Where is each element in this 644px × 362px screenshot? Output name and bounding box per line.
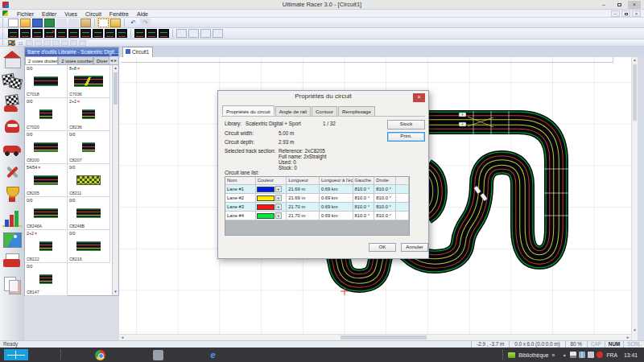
mdi-child-icon[interactable] xyxy=(2,10,8,16)
crossover-track-icon[interactable] xyxy=(117,29,127,38)
car-marker-1[interactable] xyxy=(459,113,466,117)
chevron-down-icon[interactable]: ▼ xyxy=(275,195,282,201)
close-button[interactable]: × xyxy=(628,1,641,9)
ie-icon[interactable]: e xyxy=(208,350,218,360)
scroll-down-icon[interactable]: ▼ xyxy=(113,289,118,295)
straight-track-icon[interactable] xyxy=(8,29,19,38)
stats-icon[interactable] xyxy=(2,208,22,227)
printer-icon[interactable] xyxy=(2,253,22,272)
lane-color-cell[interactable]: ▼ xyxy=(256,194,287,203)
restore-button[interactable] xyxy=(613,1,625,9)
ok-button[interactable]: OK xyxy=(369,243,396,252)
menu-editer[interactable]: Editer xyxy=(38,11,60,17)
library-item-C8236[interactable]: 2+2×C8236 xyxy=(68,98,110,131)
library-item-C8216[interactable]: 0/0C8216 xyxy=(68,230,110,263)
cut-icon[interactable] xyxy=(56,19,67,27)
disabled-7-icon[interactable] xyxy=(79,40,86,46)
lane-color-cell[interactable]: ▼ xyxy=(256,203,287,212)
copy-icon[interactable] xyxy=(68,19,79,27)
lane-change-track-icon[interactable] xyxy=(93,29,103,38)
power-base-track-icon[interactable] xyxy=(159,29,169,38)
column-header[interactable]: Gauche xyxy=(353,177,375,185)
library-tab-2-voies-courbes[interactable]: 2 voies courbes xyxy=(58,56,93,64)
new-icon[interactable] xyxy=(8,19,19,27)
chevron-down-icon[interactable]: ▼ xyxy=(275,186,282,192)
column-header[interactable]: Longueur à l'éc... xyxy=(320,177,353,185)
chevron-down-icon[interactable]: ▼ xyxy=(275,212,282,219)
disabled-4-icon[interactable] xyxy=(52,40,60,46)
dialog-tab-remplissage[interactable]: Remplissage xyxy=(338,106,375,116)
chrome-icon[interactable] xyxy=(95,350,105,360)
disabled-6-icon[interactable] xyxy=(70,40,77,46)
tray-alert-icon[interactable] xyxy=(597,352,603,358)
scale-icon[interactable]: 12 xyxy=(17,40,24,46)
garage-icon[interactable] xyxy=(2,50,22,69)
menu-fichier[interactable]: Fichier xyxy=(13,11,38,17)
library-item-C8246B[interactable]: 0/0C8246B xyxy=(68,197,110,230)
driver-icon[interactable] xyxy=(213,29,223,38)
scroll-up-icon[interactable]: ▲ xyxy=(632,57,638,64)
library-item-C8246A[interactable]: 0/0C8246A xyxy=(25,197,68,230)
lane-color-cell[interactable]: ▼ xyxy=(256,185,287,194)
car-marker-2[interactable] xyxy=(459,122,466,126)
scroll-down-icon[interactable]: ▼ xyxy=(632,327,638,334)
tray-pin-icon[interactable] xyxy=(588,352,594,358)
half-straight-track-icon[interactable] xyxy=(20,29,31,38)
disabled-5-icon[interactable] xyxy=(61,40,68,46)
horizontal-scrollbar-thumb[interactable] xyxy=(341,335,427,339)
start-grid-track-icon[interactable] xyxy=(147,29,157,38)
library-scrollbar[interactable]: ▲ ▼ xyxy=(112,65,118,295)
tools-icon[interactable] xyxy=(2,162,22,182)
menu-circuit[interactable]: Circuit xyxy=(81,11,105,17)
column-header[interactable]: Nom xyxy=(225,177,256,185)
save-icon[interactable] xyxy=(32,19,43,27)
column-header[interactable] xyxy=(396,177,409,185)
lane-row[interactable]: Lane #2▼21.69 m0.69 km810.0 °810.0 ° xyxy=(225,194,409,203)
library-item-C7018[interactable]: 0/0C7018 xyxy=(25,65,68,98)
disabled-2-icon[interactable] xyxy=(35,40,42,46)
mdi-minimize-button[interactable]: – xyxy=(611,10,620,17)
export-icon[interactable] xyxy=(44,19,55,27)
library-tab-arrows[interactable]: ◄► xyxy=(109,56,118,64)
snapshot-icon[interactable] xyxy=(188,29,199,38)
select-icon[interactable] xyxy=(98,19,109,27)
helmet-icon[interactable] xyxy=(2,117,22,137)
start-button[interactable] xyxy=(4,349,28,360)
dialog-tab-angle-de-rail[interactable]: Angle de rail xyxy=(275,106,311,116)
dialog-tab-contour[interactable]: Contour xyxy=(312,106,337,116)
trophy-icon[interactable] xyxy=(2,185,22,204)
library-item-C8207[interactable]: 0/0C8207 xyxy=(68,131,110,164)
library-panel-title[interactable]: Barre d'outils Librairie - Scalextric Di… xyxy=(25,47,118,56)
library-scrollbar-thumb[interactable] xyxy=(114,72,118,105)
column-header[interactable]: Droite xyxy=(374,177,396,185)
column-header[interactable]: Couleur xyxy=(256,177,287,185)
redo-icon[interactable]: ↷ xyxy=(140,19,151,27)
menu-aide[interactable]: Aide xyxy=(133,11,152,17)
car-icon[interactable] xyxy=(2,140,22,159)
lane-color-cell[interactable]: ▼ xyxy=(256,212,287,220)
stock-button[interactable]: Stock xyxy=(387,120,425,130)
swap-icon[interactable] xyxy=(200,29,211,38)
vertical-scrollbar[interactable]: ▲ ▼ xyxy=(631,57,638,340)
vertical-scrollbar-thumb[interactable] xyxy=(633,64,637,121)
delete-section-icon[interactable]: × xyxy=(44,29,55,38)
library-tab-2-voies-droites[interactable]: 2 voies droites xyxy=(25,56,58,64)
library-item-C8147[interactable]: 0/0C8147 xyxy=(25,263,68,296)
taskbar-library-label[interactable]: Bibliothèque xyxy=(518,352,548,358)
lane-row[interactable]: Lane #3▼21.70 m0.69 km810.0 °810.0 ° xyxy=(225,203,409,212)
lane-row[interactable]: Lane #4▼21.70 m0.69 km810.0 °810.0 ° xyxy=(225,212,409,220)
tray-arrow-icon[interactable]: ▴ xyxy=(561,352,568,358)
scroll-up-icon[interactable]: ▲ xyxy=(113,65,118,72)
chevron-down-icon[interactable]: ▼ xyxy=(275,204,282,210)
tray-chart-icon[interactable] xyxy=(579,352,585,358)
library-tab-diver[interactable]: Diver xyxy=(93,56,109,64)
mdi-restore-button[interactable] xyxy=(621,10,630,17)
curve-inner-icon[interactable] xyxy=(56,29,67,38)
clock[interactable]: 13:41 xyxy=(621,352,644,358)
flags-icon[interactable] xyxy=(2,72,22,92)
horizontal-scrollbar[interactable]: ◄ ► xyxy=(119,334,631,340)
lane-row[interactable]: Lane #1▼21.69 m0.69 km810.0 °810.0 ° xyxy=(225,185,409,194)
race-start-icon[interactable] xyxy=(2,95,22,114)
library-item-C7020[interactable]: 0/0C7020 xyxy=(25,98,68,131)
library-item-C8222[interactable]: 2+2×C8222 xyxy=(25,230,68,263)
